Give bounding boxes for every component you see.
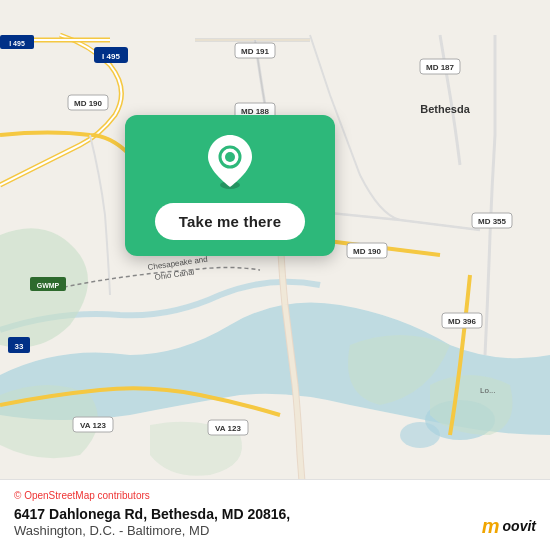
map-svg: I 495 I 495 MD 191 MD 187 MD 190 MD 188 … xyxy=(0,0,550,550)
address-line2: Washington, D.C. - Baltimore, MD xyxy=(14,523,536,538)
svg-text:MD 355: MD 355 xyxy=(478,217,507,226)
svg-text:Bethesda: Bethesda xyxy=(420,103,470,115)
svg-text:MD 396: MD 396 xyxy=(448,317,477,326)
location-pin-icon xyxy=(208,135,252,189)
map-container: I 495 I 495 MD 191 MD 187 MD 190 MD 188 … xyxy=(0,0,550,550)
svg-text:VA 123: VA 123 xyxy=(80,421,106,430)
svg-text:MD 190: MD 190 xyxy=(74,99,103,108)
svg-text:I 495: I 495 xyxy=(102,52,120,61)
moovit-name: oovit xyxy=(503,518,536,534)
osm-credit: © OpenStreetMap contributors xyxy=(14,490,536,501)
svg-text:MD 187: MD 187 xyxy=(426,63,455,72)
svg-text:GWMP: GWMP xyxy=(37,282,60,289)
svg-text:I 495: I 495 xyxy=(9,40,25,47)
address-line1: 6417 Dahlonega Rd, Bethesda, MD 20816, xyxy=(14,506,536,522)
moovit-m-letter: m xyxy=(482,516,500,536)
svg-text:33: 33 xyxy=(15,342,24,351)
svg-text:VA 123: VA 123 xyxy=(215,424,241,433)
moovit-logo: m oovit xyxy=(482,516,536,536)
take-me-there-button[interactable]: Take me there xyxy=(155,203,305,240)
svg-text:Lo...: Lo... xyxy=(480,386,496,395)
osm-text: OpenStreetMap contributors xyxy=(21,490,149,501)
svg-point-39 xyxy=(225,152,235,162)
svg-text:MD 190: MD 190 xyxy=(353,247,382,256)
svg-text:MD 191: MD 191 xyxy=(241,47,270,56)
cta-card: Take me there xyxy=(125,115,335,256)
svg-point-2 xyxy=(400,422,440,448)
bottom-bar: © OpenStreetMap contributors 6417 Dahlon… xyxy=(0,479,550,550)
